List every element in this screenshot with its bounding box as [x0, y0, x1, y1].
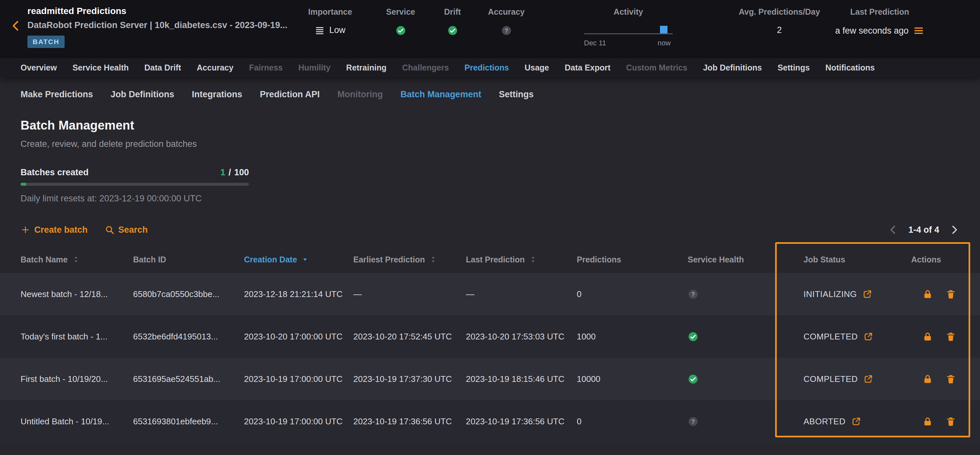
external-link-icon[interactable] [864, 374, 873, 384]
drift-label: Drift [430, 7, 475, 17]
service-health-cell [688, 289, 803, 300]
predictions-cell: 0 [577, 417, 688, 426]
tab-service-health[interactable]: Service Health [72, 63, 129, 72]
header-menu-icon[interactable] [913, 25, 924, 36]
service-passing-icon [395, 25, 406, 36]
tab-data-export[interactable]: Data Export [565, 63, 610, 72]
lock-icon[interactable] [922, 289, 933, 300]
subtab-settings[interactable]: Settings [499, 89, 534, 99]
batch-id-cell: 6580b7ca0550c3bbe... [133, 289, 244, 299]
predictions-subtabs: Make Predictions Job Definitions Integra… [0, 77, 980, 99]
quota-label: Batches created [21, 168, 89, 177]
activity-chart [584, 21, 673, 36]
health-unknown-icon [688, 416, 698, 427]
quota-used: 1 [220, 168, 225, 177]
tab-settings[interactable]: Settings [777, 63, 810, 72]
subtab-job-definitions[interactable]: Job Definitions [111, 89, 174, 99]
tab-data-drift[interactable]: Data Drift [145, 63, 181, 72]
actions-cell [911, 374, 980, 385]
last-prediction-label: Last Prediction [823, 7, 936, 17]
subtab-make-predictions[interactable]: Make Predictions [21, 89, 93, 99]
health-passing-icon [688, 374, 698, 385]
activity-axis-line [584, 33, 673, 34]
batch-id-cell: 6532be6dfd4195013... [133, 332, 244, 342]
tab-notifications[interactable]: Notifications [826, 63, 875, 72]
lock-icon[interactable] [922, 416, 933, 427]
job-status-cell: ABORTED [803, 417, 911, 426]
stat-service: Service [378, 7, 423, 36]
create-batch-button[interactable]: Create batch [21, 225, 88, 235]
batch-id-cell: 6531693801ebfeeb9... [133, 417, 244, 426]
page-title: Batch Management [21, 118, 959, 133]
column-header-last-prediction[interactable]: Last Prediction [466, 255, 577, 264]
tab-overview[interactable]: Overview [21, 63, 57, 72]
tab-accuracy[interactable]: Accuracy [197, 63, 234, 72]
creation-date-cell: 2023-12-18 21:21:14 UTC [244, 289, 353, 299]
deployment-subtitle: DataRobot Prediction Server | 10k_diabet… [27, 20, 287, 30]
trash-icon[interactable] [945, 374, 956, 385]
batch-badge: BATCH [27, 35, 65, 48]
batch-name-cell: Newest batch - 12/18... [21, 289, 133, 299]
tab-fairness: Fairness [249, 63, 283, 72]
deployment-title: readmitted Predictions [27, 6, 287, 16]
tab-usage[interactable]: Usage [525, 63, 549, 72]
activity-axis-labels: Dec 11 now [584, 39, 673, 47]
service-health-cell [688, 331, 803, 342]
stat-avg-predictions: Avg. Predictions/Day 2 [724, 7, 835, 35]
column-header-creation-date[interactable]: Creation Date [244, 255, 353, 264]
job-status-cell: COMPLETED [803, 332, 911, 342]
predictions-cell: 1000 [577, 332, 688, 342]
back-button[interactable] [10, 19, 22, 32]
trash-icon[interactable] [945, 289, 956, 300]
sort-icon [430, 256, 437, 263]
subtab-integrations[interactable]: Integrations [192, 89, 242, 99]
deployment-header: readmitted Predictions DataRobot Predict… [0, 0, 980, 58]
quota-reset-note: Daily limit resets at: 2023-12-19 00:00:… [21, 193, 249, 204]
accuracy-unknown-icon [501, 25, 512, 36]
external-link-icon[interactable] [862, 289, 872, 299]
column-header-job-status: Job Status [803, 255, 911, 264]
trash-icon[interactable] [945, 416, 956, 427]
actions-cell [911, 416, 980, 427]
last-prediction-cell: — [466, 289, 577, 299]
batch-name-cell: Untitled Batch - 10/19... [21, 417, 133, 426]
deployment-titles: readmitted Predictions DataRobot Predict… [27, 6, 287, 48]
pagination-prev-icon[interactable] [888, 225, 899, 235]
tab-job-definitions[interactable]: Job Definitions [703, 63, 762, 72]
subtab-batch-management[interactable]: Batch Management [401, 89, 482, 99]
table-row: Today's first batch - 1... 6532be6dfd419… [0, 315, 980, 358]
stat-last-prediction: Last Prediction a few seconds ago [823, 7, 936, 36]
pagination-next-icon[interactable] [949, 225, 959, 235]
tab-predictions[interactable]: Predictions [465, 63, 509, 72]
pagination-range: 1-4 of 4 [908, 225, 939, 235]
last-prediction-cell: 2023-10-19 18:15:46 UTC [466, 374, 577, 384]
activity-bar[interactable] [660, 26, 667, 33]
avg-predictions-value: 2 [777, 25, 782, 35]
lock-icon[interactable] [922, 374, 933, 385]
batch-toolbar: Create batch Search 1-4 of 4 [21, 225, 959, 235]
job-status-text: COMPLETED [803, 332, 858, 342]
importance-value: Low [329, 25, 345, 35]
search-button[interactable]: Search [105, 225, 148, 235]
tab-humility: Humility [298, 63, 331, 72]
batch-name-cell: First batch - 10/19/20... [21, 374, 133, 384]
predictions-cell: 0 [577, 289, 688, 299]
earliest-prediction-cell: 2023-10-19 17:36:56 UTC [353, 417, 466, 426]
last-prediction-cell: 2023-10-20 17:53:03 UTC [466, 332, 577, 342]
drift-passing-icon [447, 25, 458, 36]
earliest-prediction-cell: 2023-10-20 17:52:45 UTC [353, 332, 466, 342]
external-link-icon[interactable] [864, 332, 873, 342]
column-header-earliest-prediction[interactable]: Earliest Prediction [353, 255, 466, 264]
lock-icon[interactable] [922, 331, 933, 342]
chevron-left-icon [10, 19, 22, 32]
external-link-icon[interactable] [851, 417, 861, 426]
tab-retraining[interactable]: Retraining [346, 63, 387, 72]
sort-descending-icon [302, 256, 308, 263]
column-header-batch-name[interactable]: Batch Name [21, 255, 133, 264]
earliest-prediction-cell: — [353, 289, 466, 299]
trash-icon[interactable] [945, 331, 956, 342]
earliest-prediction-cell: 2023-10-19 17:37:30 UTC [353, 374, 466, 384]
quota-count: 1 / 100 [220, 168, 249, 177]
subtab-prediction-api[interactable]: Prediction API [260, 89, 320, 99]
stat-activity: Activity Dec 11 now [584, 7, 673, 47]
